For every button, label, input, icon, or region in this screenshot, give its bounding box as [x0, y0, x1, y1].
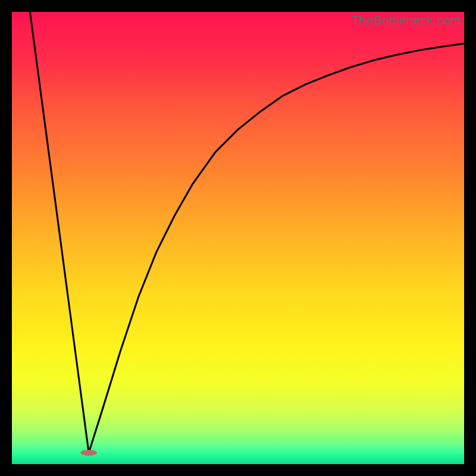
- chart-background: [12, 12, 464, 464]
- chart-svg: [12, 12, 464, 464]
- chart-frame: TheBottleneck.com: [12, 12, 464, 464]
- chart-marker: [80, 450, 97, 456]
- watermark-text: TheBottleneck.com: [352, 13, 461, 27]
